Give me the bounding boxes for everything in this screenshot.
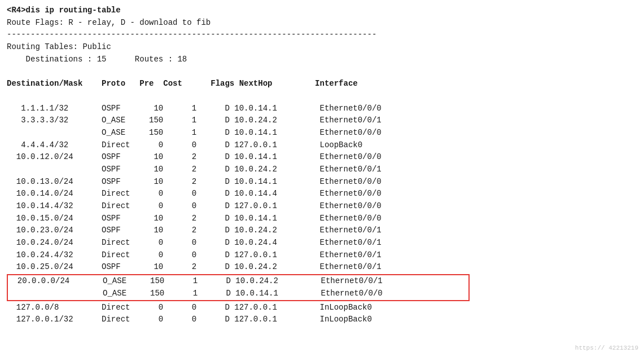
table-row: 10.0.12.0/24 OSPF 10 2 D 10.0.14.1 Ether… bbox=[7, 151, 637, 164]
terminal-window: <R4>dis ip routing-table Route Flags: R … bbox=[0, 0, 644, 357]
watermark: https:// 42213219 bbox=[575, 345, 638, 351]
table-header: Destination/Mask Proto Pre Cost Flags Ne… bbox=[7, 78, 637, 90]
table-row: O_ASE 150 1 D 10.0.14.1 Ethernet0/0/0 bbox=[8, 288, 468, 300]
table-row: 20.0.0.0/24 O_ASE 150 1 D 10.0.24.2 Ethe… bbox=[8, 275, 468, 288]
table-row: 10.0.15.0/24 OSPF 10 2 D 10.0.14.1 Ether… bbox=[7, 213, 637, 225]
table-row: 4.4.4.4/32 Direct 0 0 D 127.0.0.1 LoopBa… bbox=[7, 139, 637, 152]
table-row: 10.0.14.4/32 Direct 0 0 D 127.0.0.1 Ethe… bbox=[7, 200, 637, 213]
command-line: <R4>dis ip routing-table bbox=[7, 5, 637, 17]
table-row: 10.0.14.0/24 Direct 0 0 D 10.0.14.4 Ethe… bbox=[7, 188, 637, 200]
destinations-routes: Destinations : 15 Routes : 18 bbox=[7, 54, 637, 66]
table-row: 10.0.24.4/32 Direct 0 0 D 127.0.0.1 Ethe… bbox=[7, 249, 637, 262]
table-row: 127.0.0/8 Direct 0 0 D 127.0.0.1 InLoopB… bbox=[7, 302, 637, 314]
table-row: 1.1.1.1/32 OSPF 10 1 D 10.0.14.1 Etherne… bbox=[7, 103, 637, 115]
table-row: 10.0.23.0/24 OSPF 10 2 D 10.0.24.2 Ether… bbox=[7, 224, 637, 237]
highlighted-route-group: 20.0.0.0/24 O_ASE 150 1 D 10.0.24.2 Ethe… bbox=[7, 274, 470, 301]
route-flags: Route Flags: R - relay, D - download to … bbox=[7, 17, 637, 29]
table-row: 127.0.0.1/32 Direct 0 0 D 127.0.0.1 InLo… bbox=[7, 314, 637, 326]
table-row: O_ASE 150 1 D 10.0.14.1 Ethernet0/0/0 bbox=[7, 127, 637, 139]
routes-container: 1.1.1.1/32 OSPF 10 1 D 10.0.14.1 Etherne… bbox=[7, 103, 637, 326]
table-row: 10.0.24.0/24 Direct 0 0 D 10.0.24.4 Ethe… bbox=[7, 237, 637, 249]
routing-tables-label: Routing Tables: Public bbox=[7, 41, 637, 54]
separator: ----------------------------------------… bbox=[7, 29, 637, 41]
table-row: 10.0.25.0/24 OSPF 10 2 D 10.0.24.2 Ether… bbox=[7, 261, 637, 274]
table-row: OSPF 10 2 D 10.0.24.2 Ethernet0/0/1 bbox=[7, 164, 637, 176]
table-row: 10.0.13.0/24 OSPF 10 2 D 10.0.14.1 Ether… bbox=[7, 176, 637, 188]
table-row: 3.3.3.3/32 O_ASE 150 1 D 10.0.24.2 Ether… bbox=[7, 114, 637, 127]
